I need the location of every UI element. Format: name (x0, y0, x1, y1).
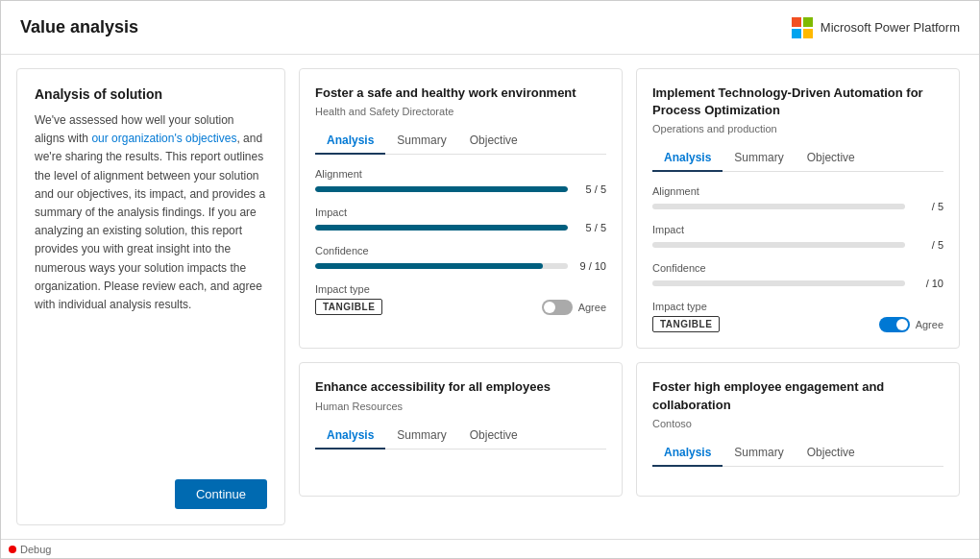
card-tabs-2: AnalysisSummaryObjective (315, 424, 606, 450)
page-title: Value analysis (20, 17, 138, 37)
agree-toggle-0[interactable] (542, 300, 573, 315)
card-card1: Foster a safe and healthy work environme… (299, 68, 623, 349)
metric-row-1-0: Alignment/ 5 (652, 185, 943, 212)
metric-label-1-0: Alignment (652, 185, 943, 197)
metric-bar-bg-0-0 (315, 186, 568, 192)
metric-value-1-1: / 5 (913, 239, 943, 251)
metric-bar-fill-0-0 (315, 186, 568, 192)
metric-bar-bg-1-1 (652, 242, 905, 248)
tab-objective-2[interactable]: Objective (458, 424, 529, 450)
impact-row-1: TANGIBLEAgree (652, 316, 943, 332)
tab-objective-3[interactable]: Objective (796, 441, 867, 467)
card-tabs-3: AnalysisSummaryObjective (652, 441, 943, 467)
metric-row-0-2: Confidence9 / 10 (315, 245, 606, 272)
agree-text-1: Agree (916, 319, 943, 330)
debug-bar: Debug (1, 539, 979, 558)
tab-summary-2[interactable]: Summary (385, 424, 457, 450)
agree-text-0: Agree (578, 302, 606, 313)
metric-bar-row-0-1: 5 / 5 (315, 222, 606, 233)
card-title-3: Foster high employee engagement and coll… (652, 378, 943, 413)
card-title-2: Enhance accessibility for all employees (315, 378, 606, 396)
tab-summary-0[interactable]: Summary (385, 129, 457, 155)
agree-row-1: Agree (879, 317, 943, 332)
metric-row-0-1: Impact5 / 5 (315, 207, 606, 233)
metric-value-0-0: 5 / 5 (576, 183, 606, 195)
tab-analysis-0[interactable]: Analysis (315, 129, 385, 155)
card-title-1: Implement Technology-Driven Automation f… (652, 85, 943, 119)
impact-row-0: TANGIBLEAgree (315, 299, 606, 315)
tab-summary-1[interactable]: Summary (723, 146, 795, 172)
card-subtitle-2: Human Resources (315, 401, 606, 412)
left-panel-description: We've assessed how well your solution al… (35, 111, 267, 314)
metric-bar-row-1-1: / 5 (652, 239, 943, 251)
card-subtitle-1: Operations and production (652, 123, 943, 134)
logo-sq-green (803, 17, 813, 27)
metric-bar-bg-0-1 (315, 225, 568, 231)
app-container: Value analysis Microsoft Power Platform … (0, 0, 980, 559)
card-card2: Implement Technology-Driven Automation f… (636, 68, 960, 349)
metric-bar-bg-1-0 (652, 204, 905, 209)
card-card4: Foster high employee engagement and coll… (636, 362, 960, 496)
continue-button[interactable]: Continue (175, 479, 267, 509)
metric-bar-bg-0-2 (315, 263, 568, 269)
metric-value-1-0: / 5 (913, 201, 943, 212)
metric-value-0-2: 9 / 10 (576, 260, 606, 272)
metric-bar-row-1-0: / 5 (652, 201, 943, 212)
card-card3: Enhance accessibility for all employeesH… (299, 362, 623, 496)
impact-badge-0: TANGIBLE (315, 299, 382, 315)
metric-bar-bg-1-2 (652, 280, 905, 286)
tab-analysis-1[interactable]: Analysis (652, 146, 723, 172)
tab-objective-0[interactable]: Objective (458, 129, 529, 155)
metric-label-1-2: Confidence (652, 262, 943, 274)
metric-bar-fill-0-1 (315, 225, 568, 231)
cards-area: Foster a safe and healthy work environme… (299, 68, 964, 525)
metric-bar-fill-0-2 (315, 263, 543, 269)
card-tabs-0: AnalysisSummaryObjective (315, 129, 606, 155)
metric-value-1-2: / 10 (913, 278, 943, 289)
logo-sq-yellow (803, 29, 813, 38)
logo-sq-red (792, 17, 801, 27)
toggle-knob-1 (896, 319, 908, 330)
header: Value analysis Microsoft Power Platform (1, 1, 979, 55)
card-subtitle-0: Health and Safety Directorate (315, 106, 606, 117)
debug-label: Debug (20, 544, 51, 555)
metric-label-0-1: Impact (315, 207, 606, 218)
main-content: Analysis of solution We've assessed how … (1, 55, 979, 539)
logo-sq-blue (792, 29, 801, 38)
metric-row-1-2: Confidence/ 10 (652, 262, 943, 289)
tab-summary-3[interactable]: Summary (723, 441, 795, 467)
microsoft-logo: Microsoft Power Platform (792, 17, 960, 38)
card-subtitle-3: Contoso (652, 418, 943, 429)
impact-badge-1: TANGIBLE (652, 316, 720, 332)
metric-bar-row-1-2: / 10 (652, 278, 943, 289)
impact-type-label-0: Impact type (315, 283, 606, 295)
metric-row-1-1: Impact/ 5 (652, 224, 943, 251)
metric-bar-row-0-2: 9 / 10 (315, 260, 606, 272)
card-tabs-1: AnalysisSummaryObjective (652, 146, 943, 172)
card-title-0: Foster a safe and healthy work environme… (315, 85, 606, 102)
impact-type-label-1: Impact type (652, 301, 943, 312)
tab-analysis-2[interactable]: Analysis (315, 424, 385, 450)
left-panel: Analysis of solution We've assessed how … (16, 68, 285, 525)
left-panel-body: Analysis of solution We've assessed how … (35, 86, 267, 314)
agree-row-0: Agree (542, 300, 606, 315)
ms-logo-squares (792, 17, 813, 38)
ms-logo-text: Microsoft Power Platform (821, 20, 960, 35)
metric-label-1-1: Impact (652, 224, 943, 235)
metric-value-0-1: 5 / 5 (576, 222, 606, 233)
org-objectives-link[interactable]: our organization's objectives (91, 132, 236, 145)
debug-dot (9, 546, 16, 553)
metric-label-0-0: Alignment (315, 168, 606, 180)
agree-toggle-1[interactable] (879, 317, 910, 332)
tab-analysis-3[interactable]: Analysis (652, 441, 723, 467)
left-panel-title: Analysis of solution (35, 86, 267, 102)
toggle-knob-0 (544, 302, 555, 313)
metric-label-0-2: Confidence (315, 245, 606, 256)
metric-row-0-0: Alignment5 / 5 (315, 168, 606, 195)
tab-objective-1[interactable]: Objective (796, 146, 867, 172)
metric-bar-row-0-0: 5 / 5 (315, 183, 606, 195)
